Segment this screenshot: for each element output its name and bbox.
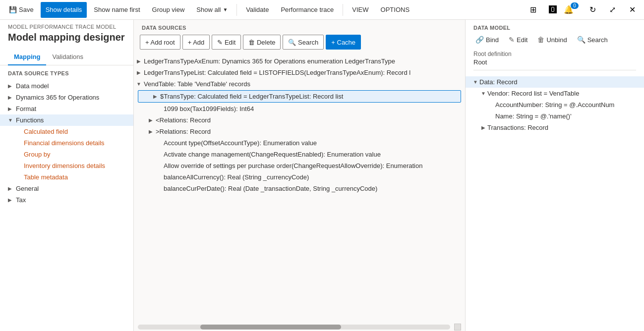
ds-item-relations-less[interactable]: ▶ <Relations: Record: [134, 114, 465, 126]
dm-item-account-number[interactable]: AccountNumber: String = @.AccountNum: [466, 99, 644, 110]
tree-item-financial-dims[interactable]: Financial dimensions details: [0, 137, 133, 149]
expand-icon: ▼: [479, 91, 487, 96]
expand-icon: ▼: [8, 117, 16, 123]
ds-item-allow-override[interactable]: Allow override of settings per purchase …: [134, 160, 465, 171]
tree-item-general[interactable]: ▶ General: [0, 183, 133, 194]
ds-item-activate-change[interactable]: Activate change management(ChangeRequest…: [134, 149, 465, 160]
main-toolbar: 💾 Save Show details Show name first Grou…: [0, 0, 644, 20]
notification-badge: 0: [571, 2, 579, 9]
expand-icon: ▶: [479, 125, 487, 130]
root-definition-label: Root definition: [473, 51, 636, 57]
root-definition: Root definition Root: [466, 49, 644, 74]
data-source-types-header: DATA SOURCE TYPES: [0, 65, 133, 78]
dm-item-vendor[interactable]: ▼ Vendor: Record list = VendTable: [466, 88, 644, 99]
ds-item-ledger-trans-type-axenum[interactable]: ▶ LedgerTransTypeAxEnum: Dynamics 365 fo…: [134, 55, 465, 67]
expand-icon: ▶: [8, 106, 16, 111]
dm-item-transactions[interactable]: ▶ Transactions: Record: [466, 122, 644, 133]
link-icon: 🔗: [475, 36, 484, 44]
expand-icon: ▶: [150, 94, 160, 99]
tree-item-group-by[interactable]: Group by: [0, 149, 133, 160]
expand-icon: ▼: [134, 81, 144, 87]
chevron-down-icon: ▼: [223, 7, 228, 12]
data-model-header: DATA MODEL: [466, 20, 644, 33]
edit-dm-button[interactable]: ✎ Edit: [507, 35, 529, 45]
refresh-button[interactable]: ↻: [585, 2, 600, 18]
performance-trace-button[interactable]: Performance trace: [276, 2, 339, 18]
options-button[interactable]: OPTIONS: [376, 2, 415, 18]
tab-mapping[interactable]: Mapping: [8, 49, 46, 65]
ds-toolbar: + Add root + Add ✎ Edit 🗑 Delete 🔍 Searc…: [134, 33, 465, 54]
search-icon: 🔍: [577, 36, 585, 44]
separator2: [343, 4, 343, 16]
ds-item-1099-box[interactable]: 1099 box(Tax1099Fields): Int64: [134, 103, 465, 114]
tree-item-inventory-dims[interactable]: Inventory dimensions details: [0, 160, 133, 171]
edit-button[interactable]: ✎ Edit: [212, 35, 241, 50]
left-panel: MODEL PERFORMANCE TRACE MODEL Model mapp…: [0, 20, 134, 331]
tree-item-calculated-field[interactable]: Calculated field: [0, 126, 133, 137]
unbind-button[interactable]: 🗑 Unbind: [535, 35, 569, 45]
breadcrumb: MODEL PERFORMANCE TRACE MODEL: [8, 24, 125, 30]
tab-bar: Mapping Validations: [0, 49, 133, 65]
dm-item-name[interactable]: Name: String = @.'name()': [466, 110, 644, 122]
tree-item-d365[interactable]: ▶ Dynamics 365 for Operations: [0, 92, 133, 103]
tree-item-tax[interactable]: ▶ Tax: [0, 194, 133, 206]
main-layout: MODEL PERFORMANCE TRACE MODEL Model mapp…: [0, 20, 644, 331]
close-button[interactable]: ✕: [624, 2, 640, 18]
data-source-types-tree: ▶ Data model ▶ Dynamics 365 for Operatio…: [0, 78, 133, 331]
separator: [236, 4, 237, 16]
office-icon-button[interactable]: 🅾: [545, 2, 561, 18]
ds-item-account-type[interactable]: Account type(OffsetAccountType): Enumera…: [134, 137, 465, 149]
add-root-button[interactable]: + Add root: [140, 35, 180, 50]
tree-item-table-metadata[interactable]: Table metadata: [0, 171, 133, 183]
expand-icon: ▶: [134, 70, 144, 75]
expand-icon: ▶: [134, 58, 144, 64]
expand-icon: ▶: [8, 83, 16, 89]
show-details-button[interactable]: Show details: [41, 2, 87, 18]
search-dm-button[interactable]: 🔍 Search: [575, 35, 610, 45]
show-name-first-button[interactable]: Show name first: [89, 2, 145, 18]
expand-icon: ▶: [146, 129, 156, 134]
data-sources-header: DATA SOURCES: [134, 20, 465, 33]
cache-button[interactable]: + Cache: [326, 35, 361, 50]
trash-icon: 🗑: [537, 36, 544, 44]
ds-item-balance-cur-per-date[interactable]: balanceCurPerDate(): Real (Date _transac…: [134, 183, 465, 194]
tree-item-functions[interactable]: ▼ Functions: [0, 114, 133, 126]
view-button[interactable]: VIEW: [347, 2, 373, 18]
save-button[interactable]: 💾 Save: [4, 2, 39, 18]
bind-button[interactable]: 🔗 Bind: [473, 35, 501, 45]
expand-icon: ▶: [8, 95, 16, 100]
toolbar-right: ⊞ 🅾 🔔0 ↻ ⤢ ✕: [525, 2, 640, 18]
detach-button[interactable]: ⤢: [604, 2, 620, 18]
middle-panel: DATA SOURCES + Add root + Add ✎ Edit 🗑 D…: [134, 20, 466, 331]
page-title: Model mapping designer: [8, 32, 125, 43]
ds-item-vend-table[interactable]: ▼ VendTable: Table 'VendTable' records: [134, 78, 465, 90]
dm-toolbar: 🔗 Bind ✎ Edit 🗑 Unbind 🔍 Search: [466, 33, 644, 49]
pencil-icon: ✎: [509, 36, 515, 44]
tree-item-format[interactable]: ▶ Format: [0, 103, 133, 114]
add-button[interactable]: + Add: [182, 35, 210, 50]
notification-button[interactable]: 🔔0: [565, 2, 581, 18]
show-all-button[interactable]: Show all ▼: [191, 2, 233, 18]
root-value: Root: [473, 58, 636, 70]
tree-item-data-model[interactable]: ▶ Data model: [0, 80, 133, 92]
tab-validations[interactable]: Validations: [46, 49, 89, 65]
ds-item-balance-all-currency[interactable]: balanceAllCurrency(): Real (String _curr…: [134, 171, 465, 183]
expand-icon: ▶: [8, 197, 16, 203]
delete-button[interactable]: 🗑 Delete: [243, 35, 281, 50]
expand-icon: ▼: [471, 79, 479, 85]
group-view-button[interactable]: Group view: [147, 2, 190, 18]
page-title-section: MODEL PERFORMANCE TRACE MODEL Model mapp…: [0, 20, 133, 49]
dm-item-data-record[interactable]: ▼ Data: Record: [466, 76, 644, 88]
ds-tree: ▶ LedgerTransTypeAxEnum: Dynamics 365 fo…: [134, 54, 465, 323]
save-icon: 💾: [9, 6, 17, 13]
grid-icon-button[interactable]: ⊞: [525, 2, 541, 18]
validate-button[interactable]: Validate: [241, 2, 274, 18]
expand-icon: ▶: [8, 186, 16, 191]
expand-icon: ▶: [146, 117, 156, 123]
search-button[interactable]: 🔍 Search: [283, 35, 324, 50]
ds-item-relations-greater[interactable]: ▶ >Relations: Record: [134, 126, 465, 137]
ds-item-ledger-trans-type-list[interactable]: ▶ LedgerTransTypeList: Calculated field …: [134, 67, 465, 78]
right-panel: DATA MODEL 🔗 Bind ✎ Edit 🗑 Unbind 🔍 Sear…: [466, 20, 644, 331]
ds-item-trans-type[interactable]: ▶ $TransType: Calculated field = LedgerT…: [138, 90, 461, 103]
dm-tree: ▼ Data: Record ▼ Vendor: Record list = V…: [466, 74, 644, 331]
